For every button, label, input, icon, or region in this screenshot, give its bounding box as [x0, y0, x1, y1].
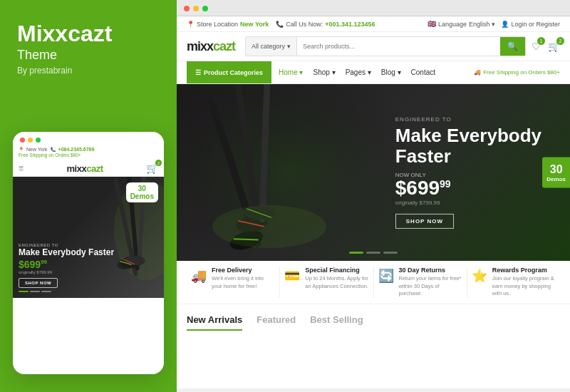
search-wrapper: All category ▾ 🔍: [245, 36, 526, 56]
hero-shop-button[interactable]: SHOP NOW: [395, 214, 454, 229]
mobile-hero-price: $69999: [19, 259, 158, 270]
demos-number: 30: [546, 163, 566, 176]
mobile-prog-dot-3: [41, 291, 51, 292]
feature-special-financing: 💳 Special Financing Up to 24 Months. App…: [280, 267, 373, 298]
cart-badge: 2: [556, 37, 564, 45]
mobile-cart-badge: 2: [155, 160, 162, 166]
browser-dot-green: [202, 6, 208, 11]
product-categories-button[interactable]: ☰ Product Categories: [187, 61, 271, 83]
tabs-section: New Arrivals Featured Best Selling: [177, 304, 570, 336]
nav-link-contact[interactable]: Contact: [411, 68, 435, 76]
mobile-cart-icon: 🛒 2: [146, 163, 158, 174]
nav-link-pages[interactable]: Pages ▾: [346, 68, 371, 76]
mobile-progress: [19, 291, 158, 292]
nav-left: ☰ Product Categories Home ▾ Shop ▾ Pages…: [187, 61, 435, 83]
wishlist-badge: 1: [537, 37, 545, 45]
mobile-hero-headline: Make Everybody Faster: [19, 247, 158, 257]
feature-rewards: ⭐ Rewards Program Join our loyalty progr…: [467, 267, 560, 298]
shipping-icon: 🚚: [474, 69, 481, 76]
mobile-dot-red: [20, 138, 25, 143]
store-value: New York: [240, 21, 269, 28]
nav-shipping: 🚚 Free Shipping on Orders $80+: [474, 69, 560, 76]
search-category[interactable]: All category ▾: [246, 37, 297, 56]
feature-delivery-desc: We'll even bring it into your home for f…: [212, 275, 275, 290]
slider-dot-1[interactable]: [349, 252, 363, 254]
mobile-location: New York: [26, 147, 48, 152]
user-icon: 👤: [501, 21, 509, 28]
mobile-dot-green: [36, 138, 41, 143]
mobile-phone: +084.2345.6789: [58, 147, 95, 152]
brand-by: By prestabrain: [17, 66, 160, 76]
feature-returns-desc: Return your items for free* within 30 Da…: [399, 275, 462, 298]
mobile-logo-bar: ☰ mixxcazt 🛒 2: [13, 160, 164, 177]
topbar-login[interactable]: 👤 Login or Register: [501, 21, 560, 28]
tab-best-selling[interactable]: Best Selling: [310, 314, 363, 331]
feature-rewards-text: Rewards Program Join our loyalty program…: [492, 267, 556, 298]
feature-delivery-text: Free Delivery We'll even bring it into y…: [212, 267, 275, 290]
search-category-chevron: ▾: [287, 43, 291, 50]
mobile-shop-btn[interactable]: SHOP NOW: [19, 278, 58, 288]
topbar-left: 📍 Store Location New York 📞 Call Us Now:…: [187, 21, 375, 28]
mobile-hero-originally: originally $799.99: [19, 270, 158, 274]
slider-dot-2[interactable]: [366, 252, 380, 254]
returns-icon: 🔄: [378, 268, 394, 284]
hero-section: ENGINEERED TO Make Everybody Faster NOW …: [177, 84, 570, 261]
delivery-icon: 🚚: [191, 268, 207, 284]
site-nav: ☰ Product Categories Home ▾ Shop ▾ Pages…: [177, 61, 570, 84]
left-panel: Mixxcazt Theme By prestabrain 📍 New York…: [0, 0, 177, 392]
language-value: English: [469, 21, 490, 28]
location-icon: 📍: [187, 21, 195, 28]
slider-dot-3[interactable]: [383, 252, 398, 254]
site-header: mixxcazt All category ▾ 🔍 ♡ 1 🛒 2: [177, 32, 570, 61]
hero-slider-dots: [349, 252, 398, 254]
feature-rewards-title: Rewards Program: [492, 267, 556, 274]
hero-text-area: ENGINEERED TO Make Everybody Faster NOW …: [395, 116, 542, 229]
mobile-prog-dot-2: [30, 291, 40, 292]
topbar-store: 📍 Store Location New York: [187, 21, 269, 28]
nav-link-shop[interactable]: Shop ▾: [313, 68, 335, 76]
product-categories-label: Product Categories: [204, 69, 263, 76]
mobile-logo: mixxcazt: [67, 163, 103, 174]
nav-links: Home ▾ Shop ▾ Pages ▾ Blog ▾ Contact: [279, 68, 435, 76]
mobile-prog-dot-1: [19, 291, 28, 292]
site-topbar: 📍 Store Location New York 📞 Call Us Now:…: [177, 16, 570, 32]
call-label: Call Us Now:: [286, 21, 323, 28]
shipping-note: Free Shipping on Orders $80+: [483, 69, 560, 76]
topbar-call: 📞 Call Us Now: +001.341.123456: [276, 21, 375, 28]
feature-returns-text: 30 Day Returns Return your items for fre…: [399, 267, 462, 298]
feature-financing-text: Special Financing Up to 24 Months. Apply…: [305, 267, 368, 290]
hero-engineered: ENGINEERED TO: [395, 116, 542, 123]
feature-delivery-title: Free Delivery: [212, 267, 275, 274]
hero-price: $69999: [395, 178, 542, 198]
cart-icon-wrap[interactable]: 🛒 2: [548, 41, 560, 52]
language-chevron: ▾: [492, 21, 495, 28]
feature-financing-desc: Up to 24 Months. Apply for an Appliances…: [305, 275, 368, 290]
search-input[interactable]: [297, 37, 500, 56]
tab-featured[interactable]: Featured: [256, 314, 296, 331]
demos-label: Demos: [546, 176, 566, 182]
svg-point-19: [212, 205, 326, 248]
mobile-dots: [13, 132, 164, 145]
financing-icon: 💳: [284, 268, 300, 284]
tab-new-arrivals[interactable]: New Arrivals: [187, 314, 242, 331]
mobile-hero-text: ENGINEERED TO Make Everybody Faster $699…: [19, 243, 158, 288]
nav-link-home[interactable]: Home ▾: [279, 68, 303, 76]
feature-returns: 🔄 30 Day Returns Return your items for f…: [374, 267, 467, 298]
feature-rewards-desc: Join our loyalty program & earn money by…: [492, 275, 556, 298]
mobile-badge-number: 30: [130, 185, 154, 192]
wishlist-icon-wrap[interactable]: ♡ 1: [532, 41, 541, 52]
call-value: +001.341.123456: [325, 21, 375, 28]
nav-link-blog[interactable]: Blog ▾: [381, 68, 401, 76]
phone-icon: 📞: [276, 21, 284, 28]
mobile-shipping: Free Shipping on Orders $80+: [19, 153, 158, 158]
topbar-language: 🇬🇧 Language English ▾: [428, 20, 496, 28]
store-label: Store Location: [197, 21, 238, 28]
rewards-icon: ⭐: [472, 268, 487, 284]
hero-original: originally $799.99: [395, 200, 542, 206]
feature-returns-title: 30 Day Returns: [399, 267, 462, 274]
search-category-label: All category: [252, 43, 285, 50]
browser-dot-red: [184, 6, 190, 11]
hero-demos-badge: 30 Demos: [542, 158, 570, 188]
mobile-hero: 30 Demos ENGINEERED TO Make Everybody Fa…: [13, 177, 164, 298]
search-button[interactable]: 🔍: [500, 37, 525, 56]
